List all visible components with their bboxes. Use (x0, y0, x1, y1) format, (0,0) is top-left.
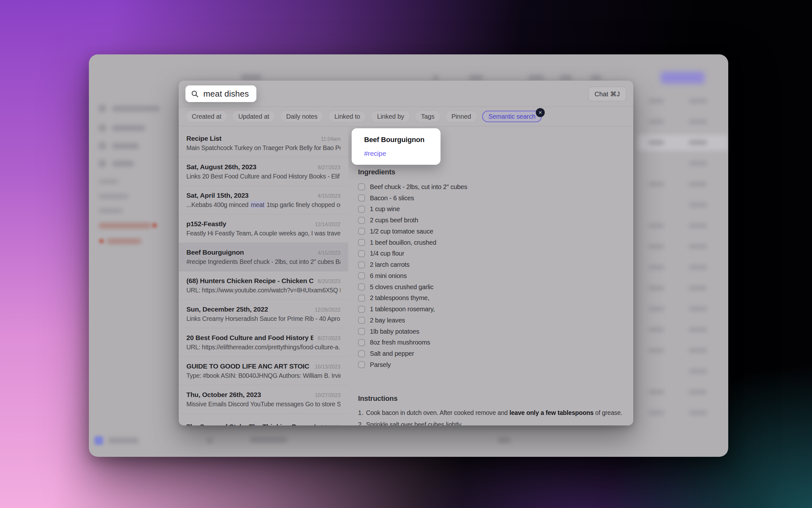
blurred-table-cell (648, 327, 664, 332)
note-tag-recipe[interactable]: #recipe (364, 150, 428, 157)
filter-chip-label: Linked to (334, 113, 360, 120)
ingredient-checkbox[interactable] (358, 272, 365, 279)
result-snippet: URL: https://elifthereader.com/prettythi… (186, 344, 340, 351)
search-query-text: meat dishes (203, 89, 249, 99)
ingredient-label: Salt and pepper (370, 350, 414, 357)
ingredient-checkbox[interactable] (358, 239, 365, 246)
ingredient-item: 1 cup wine (358, 204, 467, 215)
filter-row: Created at Updated at Daily notes Linked… (179, 107, 633, 126)
ingredient-checkbox[interactable] (358, 261, 365, 268)
ingredient-checkbox[interactable] (358, 206, 365, 213)
search-modal: meat dishes Chat ⌘J Created at Updated a… (179, 81, 633, 425)
blurred-sidebar-label (98, 179, 118, 184)
blurred-table-cell (688, 161, 707, 166)
search-result-row[interactable]: Sat, April 15th, 2023 4/15/2023 ...Kebab… (179, 186, 348, 214)
ingredient-checkbox[interactable] (358, 228, 365, 235)
ingredients-list: Beef chuck - 2lbs, cut into 2" cubes Bac… (358, 181, 467, 371)
chat-button[interactable]: Chat ⌘J (588, 87, 626, 101)
search-result-row[interactable]: Beef Bourguignon 4/15/2023 #recipe Ingre… (179, 243, 348, 271)
remove-filter-icon[interactable]: ✕ (536, 108, 545, 117)
blurred-toolbar-item (590, 75, 601, 80)
ingredient-checkbox[interactable] (358, 183, 365, 190)
search-result-row[interactable]: (68) Hunters Chicken Recipe - Chicken Ch… (179, 271, 348, 300)
ingredient-label: 8oz fresh mushrooms (370, 339, 430, 346)
ingredient-checkbox[interactable] (358, 361, 365, 368)
filter-chip[interactable]: Created at (186, 111, 227, 122)
ingredient-label: 2 cups beef broth (370, 217, 418, 224)
search-result-row[interactable]: Sun, December 25th, 2022 12/26/2022 Link… (179, 300, 348, 328)
blurred-table-cell (648, 119, 664, 124)
ingredient-checkbox[interactable] (358, 284, 365, 291)
ingredient-label: 2 tablespoons thyme, (370, 294, 429, 302)
filter-chip[interactable]: Linked to (328, 111, 366, 122)
result-snippet: #recipe Ingredients Beef chuck - 2lbs, c… (186, 258, 340, 265)
ingredient-checkbox[interactable] (358, 250, 365, 257)
ingredient-checkbox[interactable] (358, 295, 365, 302)
blurred-table-cell (648, 98, 664, 103)
note-preview-pane: Beef Bourguignon #recipe Ingredients Bee… (348, 126, 633, 425)
result-title: GUIDE TO GOOD LIFE ANC ART STOIC JOY ... (186, 363, 311, 370)
search-result-row[interactable]: Recipe List 11:04am Main Spatchcock Turk… (179, 129, 348, 157)
blurred-table-cell (688, 140, 707, 145)
result-date: 8/27/2023 (318, 165, 340, 170)
ingredient-checkbox[interactable] (358, 195, 365, 202)
blurred-table-cell (648, 306, 664, 311)
search-result-row[interactable]: p152-Feastly 12/14/2022 Feastly Hi Feast… (179, 214, 348, 243)
blurred-table-cell (688, 286, 707, 291)
blurred-sidebar-tag (107, 239, 141, 244)
ingredient-checkbox[interactable] (358, 328, 365, 335)
result-title: Thu, October 26th, 2023 (186, 391, 261, 398)
blurred-sidebar-icon (98, 160, 106, 167)
ingredient-label: Beef chuck - 2lbs, cut into 2" cubes (370, 183, 467, 190)
filter-chip[interactable]: Linked by (371, 111, 410, 122)
blurred-table-cell (688, 182, 707, 186)
blurred-sidebar-label (98, 208, 123, 213)
ingredient-label: 2 larch carrots (370, 261, 410, 268)
ingredient-checkbox[interactable] (358, 217, 365, 224)
note-preview-card[interactable]: Beef Bourguignon #recipe (352, 128, 440, 165)
filter-chip[interactable]: Daily notes (280, 111, 324, 122)
blurred-statusbar-item (206, 438, 213, 443)
ingredient-checkbox[interactable] (358, 339, 365, 346)
blurred-sidebar-item (112, 125, 145, 131)
blurred-statusbar-item (108, 438, 139, 443)
instructions-list: 1. Cook bacon in dutch oven. After cooke… (358, 409, 623, 425)
search-input[interactable]: meat dishes (185, 85, 256, 102)
search-result-row[interactable]: GUIDE TO GOOD LIFE ANC ART STOIC JOY ...… (179, 357, 348, 385)
blurred-sidebar-item (112, 143, 139, 149)
blurred-sidebar-tag (98, 223, 151, 228)
blurred-table-cell (648, 286, 664, 291)
search-result-row[interactable]: Sat, August 26th, 2023 8/27/2023 Links 2… (179, 157, 348, 186)
search-result-row[interactable]: 20 Best Food Culture and Food History Bo… (179, 328, 348, 357)
note-title: Beef Bourguignon (364, 136, 428, 144)
ingredient-label: Bacon - 6 slices (370, 195, 414, 202)
search-result-row[interactable]: The Sense of Style: The Thinking Person'… (179, 414, 348, 425)
filter-chip[interactable]: Semantic search ✕ (482, 111, 542, 122)
filter-chip[interactable]: Pinned (445, 111, 477, 122)
blurred-table-cell (648, 390, 664, 394)
ingredient-checkbox[interactable] (358, 317, 365, 324)
blurred-sidebar-item (112, 161, 134, 167)
blurred-sidebar-icon (98, 142, 106, 150)
result-snippet: Links 20 Best Food Culture and Food Hist… (186, 173, 340, 180)
results-list: Recipe List 11:04am Main Spatchcock Turk… (179, 126, 348, 425)
result-date: 12/26/2022 (315, 307, 340, 313)
search-result-row[interactable]: Thu, October 26th, 2023 10/27/2023 Missi… (179, 385, 348, 414)
filter-chip[interactable]: Updated at (232, 111, 275, 122)
result-title-row: Sun, December 25th, 2022 12/26/2022 (186, 305, 340, 313)
result-date: 12/14/2022 (315, 222, 340, 227)
result-date: 7/5/2023 (321, 424, 340, 425)
ingredient-checkbox[interactable] (358, 350, 365, 357)
ingredient-label: 1lb baby potatoes (370, 328, 419, 335)
instruction-item: 2. Sprinkle salt over beef cubes lightly (358, 421, 623, 425)
search-body: Recipe List 11:04am Main Spatchcock Turk… (179, 126, 633, 425)
filter-chip[interactable]: Tags (415, 111, 440, 122)
ingredient-label: 1/4 cup flour (370, 250, 404, 257)
filter-chip-label: Tags (421, 113, 434, 120)
search-header: meat dishes Chat ⌘J (179, 81, 633, 107)
blurred-table-cell (688, 98, 707, 103)
filter-chip-label: Pinned (451, 113, 471, 120)
blurred-app-badge (94, 436, 103, 445)
ingredient-checkbox[interactable] (358, 306, 365, 313)
blurred-table-cell (688, 244, 707, 249)
